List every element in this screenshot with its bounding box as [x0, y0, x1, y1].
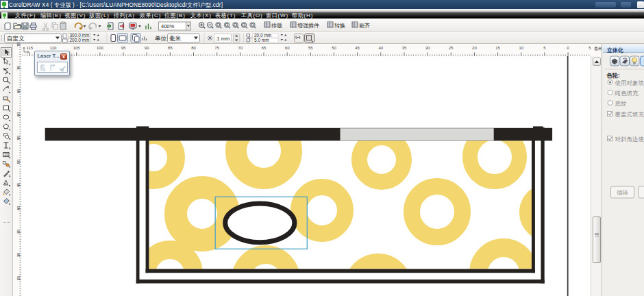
- svg-text:自定义: 自定义: [7, 35, 25, 42]
- svg-text:转换: 转换: [334, 23, 345, 29]
- svg-text:单位:: 单位:: [155, 35, 168, 42]
- svg-text:增强插件: 增强插件: [297, 23, 319, 29]
- svg-text:400%: 400%: [161, 23, 175, 29]
- svg-text:5.0 mm: 5.0 mm: [254, 38, 269, 42]
- svg-text:纯色填充: 纯色填充: [615, 90, 639, 97]
- svg-text:对斜角边使: 对斜角边使: [615, 136, 644, 143]
- svg-text:.1 mm: .1 mm: [216, 36, 230, 42]
- svg-text:排版: 排版: [271, 23, 282, 29]
- svg-text:200.0 mm: 200.0 mm: [70, 38, 90, 42]
- svg-text:编辑: 编辑: [617, 189, 628, 196]
- svg-text:底纹: 底纹: [615, 100, 628, 107]
- svg-text:覆盖式填充: 覆盖式填充: [615, 111, 644, 118]
- svg-text:贴齐: 贴齐: [359, 23, 370, 29]
- svg-text:使用对象填充: 使用对象填充: [615, 79, 644, 86]
- svg-text:毫米: 毫米: [169, 35, 182, 42]
- svg-text:色轮:: 色轮:: [606, 72, 620, 79]
